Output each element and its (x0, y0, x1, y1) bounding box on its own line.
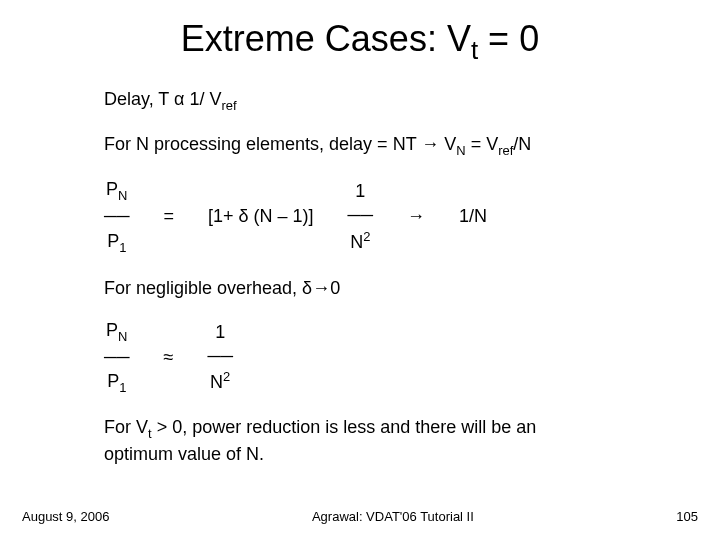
slide-footer: August 9, 2006 Agrawal: VDAT'06 Tutorial… (0, 509, 720, 524)
pn-p: P (106, 179, 118, 199)
footer-page-number: 105 (676, 509, 698, 524)
delay-text: Delay, T α 1/ V (104, 89, 221, 109)
proc-text-a: For N processing elements, delay = NT → … (104, 134, 456, 154)
footer-attribution: Agrawal: VDAT'06 Tutorial II (312, 509, 474, 524)
overhead-line: For negligible overhead, δ→0 (104, 276, 630, 300)
conc-a: For V (104, 417, 148, 437)
fraction-1-n2-b: 1 ── N2 (207, 320, 233, 395)
frac2-num-b: 1 (207, 320, 233, 344)
overhead-text: For negligible overhead, δ→0 (104, 278, 340, 298)
pn-n-b: N (118, 329, 127, 344)
p1-p-b: P (107, 371, 119, 391)
slide-body: Delay, T α 1/ Vref For N processing elem… (0, 65, 720, 466)
fraction-1-n2: 1 ── N2 (348, 179, 374, 254)
equation-row-1: PN ── P1 = [1+ δ (N – 1)] 1 ── N2 → 1/N (104, 177, 630, 255)
frac-bar-2: ── (348, 203, 374, 227)
proc-sub2: ref (498, 143, 513, 158)
title-tail: = 0 (478, 18, 539, 59)
frac2-n-b: N (210, 372, 223, 392)
conc-b: > 0, power reduction is less and there w… (152, 417, 537, 437)
approx-sign: ≈ (164, 345, 174, 369)
frac2-sup-b: 2 (223, 369, 230, 384)
delay-line: Delay, T α 1/ Vref (104, 87, 630, 114)
slide-title: Extreme Cases: Vt = 0 (0, 0, 720, 65)
footer-date: August 9, 2006 (22, 509, 109, 524)
result-1n: 1/N (459, 204, 487, 228)
p1-1: 1 (119, 239, 126, 254)
frac2-num: 1 (348, 179, 374, 203)
bracket-term: [1+ δ (N – 1)] (208, 204, 314, 228)
conc-c: optimum value of N. (104, 444, 264, 464)
frac-bar-3: ── (104, 345, 130, 369)
proc-text-c: /N (513, 134, 531, 154)
frac-bar-4: ── (207, 344, 233, 368)
frac-bar-1: ── (104, 204, 130, 228)
conclusion-line: For Vt > 0, power reduction is less and … (104, 415, 630, 466)
p1-p: P (107, 231, 119, 251)
fraction-pn-p1-b: PN ── P1 (104, 318, 130, 396)
proc-sub1: N (456, 143, 465, 158)
frac2-n: N (350, 232, 363, 252)
proc-text-b: = V (466, 134, 499, 154)
processing-line: For N processing elements, delay = NT → … (104, 132, 630, 159)
equals-sign: = (164, 204, 175, 228)
equation-row-2: PN ── P1 ≈ 1 ── N2 (104, 318, 630, 396)
delay-sub: ref (221, 98, 236, 113)
pn-p-b: P (106, 320, 118, 340)
title-main: Extreme Cases: V (181, 18, 471, 59)
arrow-1: → (407, 204, 425, 228)
fraction-pn-p1: PN ── P1 (104, 177, 130, 255)
p1-1-b: 1 (119, 380, 126, 395)
frac2-sup: 2 (363, 229, 370, 244)
pn-n: N (118, 188, 127, 203)
